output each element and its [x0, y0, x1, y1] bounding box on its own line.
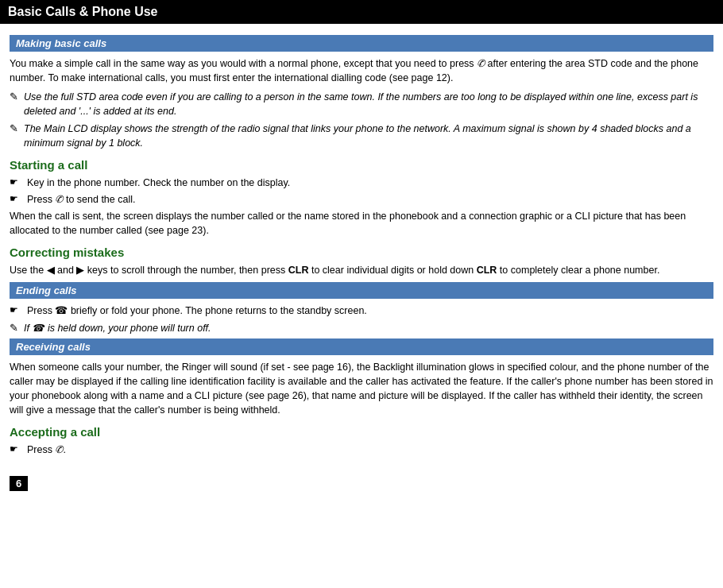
page-header: Basic Calls & Phone Use: [0, 0, 723, 24]
ending-calls-note1: If ☎ is held down, your phone will turn …: [10, 321, 713, 335]
making-basic-calls-body1: You make a simple call in the same way a…: [10, 56, 713, 85]
section-label-receiving-calls: Receiving calls: [16, 341, 91, 353]
making-basic-calls-note2: The Main LCD display shows the strength …: [10, 122, 713, 150]
starting-call-body: When the call is sent, the screen displa…: [10, 209, 713, 238]
section-heading-starting-a-call: Starting a call: [10, 158, 713, 172]
page-number: 6: [10, 476, 28, 491]
receiving-calls-body: When someone calls your number, the Ring…: [10, 360, 713, 418]
section-heading-correcting-mistakes: Correcting mistakes: [10, 246, 713, 259]
correcting-mistakes-body: Use the ◀ and ▶ keys to scroll through t…: [10, 263, 713, 277]
section-label-ending-calls: Ending calls: [16, 284, 77, 296]
making-basic-calls-note1: Use the full STD area code even if you a…: [10, 90, 713, 118]
ending-calls-bullet1: Press ☎ briefly or fold your phone. The …: [10, 304, 713, 318]
accepting-call-bullet1: Press ✆.: [10, 443, 713, 457]
starting-call-bullet2: Press ✆ to send the call.: [10, 192, 713, 207]
section-label-making-basic-calls: Making basic calls: [16, 37, 106, 49]
section-bar-receiving-calls: Receiving calls: [10, 338, 713, 355]
starting-call-bullet1: Key in the phone number. Check the numbe…: [10, 176, 713, 190]
section-bar-making-basic-calls: Making basic calls: [10, 35, 713, 52]
header-title: Basic Calls & Phone Use: [8, 5, 158, 18]
section-heading-accepting-a-call: Accepting a call: [10, 425, 713, 439]
section-bar-ending-calls: Ending calls: [10, 282, 713, 299]
main-content: Making basic calls You make a simple cal…: [0, 24, 723, 499]
